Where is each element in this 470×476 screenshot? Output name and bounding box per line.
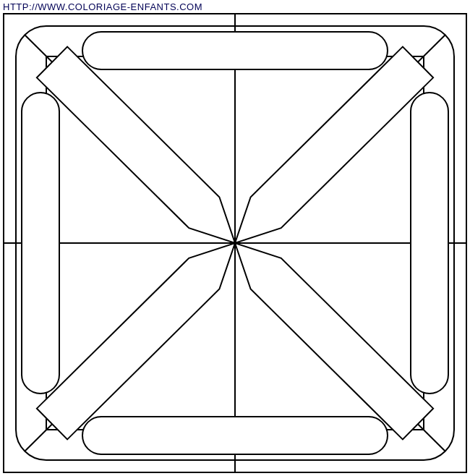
watermark-url: HTTP://WWW.COLORIAGE-ENFANTS.COM	[3, 1, 202, 12]
svg-rect-9	[82, 32, 388, 69]
mandala-svg	[3, 13, 467, 473]
svg-rect-10	[82, 417, 388, 454]
svg-rect-11	[22, 93, 59, 394]
svg-rect-12	[411, 93, 448, 394]
coloring-design	[3, 13, 467, 473]
